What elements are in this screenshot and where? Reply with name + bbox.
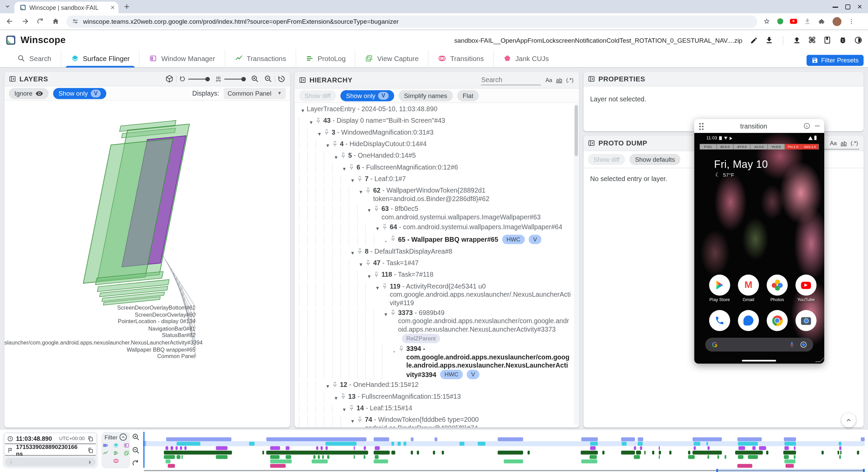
extension-green-icon[interactable] [777, 18, 783, 24]
trace-segment[interactable] [718, 455, 719, 459]
trace-segment[interactable] [752, 446, 756, 450]
trace-segment[interactable] [364, 455, 365, 459]
tree-node[interactable]: ▼74 - WindowToken{fdddbe6 type=2000 andr… [299, 415, 574, 428]
timeline-range-bar[interactable] [144, 469, 865, 472]
expand-arrow-icon[interactable]: ▼ [349, 415, 357, 425]
bookmark-icon[interactable] [763, 17, 771, 25]
home-icon[interactable] [52, 17, 60, 25]
resize-handle[interactable] [815, 357, 824, 362]
expand-arrow-icon[interactable]: ▼ [374, 282, 381, 292]
youtube-extension-icon[interactable] [790, 19, 797, 24]
trace-segment[interactable] [837, 451, 839, 454]
trace-segment[interactable] [766, 451, 768, 454]
layers-3d-canvas[interactable]: ScreenDecorOverlayBottom#61ScreenDecorOv… [4, 101, 290, 427]
track-surface-flinger[interactable] [144, 442, 865, 446]
trace-segment[interactable] [840, 455, 841, 459]
tree-node[interactable]: ▼47 - Task=1#47 [299, 258, 574, 270]
shortcuts-icon[interactable]: ⌘ [808, 35, 816, 45]
pin-icon[interactable] [390, 309, 396, 316]
trace-segment[interactable] [737, 464, 752, 468]
pin-icon[interactable] [365, 259, 372, 266]
trace-segment[interactable] [184, 446, 186, 450]
expand-arrow-icon[interactable]: ▼ [366, 271, 373, 280]
trace-segment[interactable] [411, 451, 413, 454]
minimize-overlay-icon[interactable] [815, 125, 820, 126]
pin-icon[interactable] [381, 282, 388, 289]
browser-tab[interactable]: Winscope | sandbox-FAIL [14, 2, 118, 13]
tree-node[interactable]: ▼4 - HideDisplayCutout:0:14#4 [299, 139, 574, 151]
trace-segment[interactable] [644, 451, 646, 454]
trace-segment[interactable] [166, 437, 231, 441]
trace-segment[interactable] [164, 455, 175, 459]
match-word-icon[interactable]: ab [841, 140, 847, 146]
app-youtube-icon[interactable] [795, 275, 816, 296]
pin-icon[interactable] [356, 416, 363, 423]
tree-node[interactable]: ▼63 - 8fb0ec5 com.android.systemui.wallp… [299, 204, 574, 222]
trace-segment[interactable] [270, 455, 279, 459]
tree-node[interactable]: ▼119 - ActivityRecord{24e5341 u0 com.goo… [299, 281, 574, 308]
layer-label[interactable]: Wallpaper BBQ wrapper#65 [4, 346, 195, 353]
circles-filter-icon[interactable] [113, 458, 119, 464]
tree-node[interactable]: ▼LayerTraceEntry - 2024-05-10, 11:03:48.… [299, 104, 574, 116]
expand-arrow-icon[interactable]: ▼ [357, 259, 365, 269]
track-screen-recording[interactable] [144, 437, 865, 441]
current-ns-field[interactable]: 1715339028890230166 ns [5, 445, 96, 456]
tab-jank-cujs[interactable]: Jank CUJs [493, 50, 558, 67]
trace-segment[interactable] [165, 459, 171, 463]
pin-icon[interactable] [381, 223, 388, 230]
squares-filter-icon[interactable] [123, 450, 129, 456]
trace-segment[interactable] [785, 464, 794, 468]
flat-chip[interactable]: Flat [457, 90, 479, 101]
report-bug-icon[interactable] [839, 36, 847, 44]
layers-filter-icon[interactable] [113, 442, 119, 448]
ignore-chip[interactable]: Ignore [9, 88, 48, 99]
tree-node[interactable]: ▼3373 - 6989b49 com.google.android.apps.… [299, 308, 574, 344]
expand-arrow-icon[interactable]: ▼ [349, 175, 357, 184]
trace-segment[interactable] [638, 442, 643, 446]
tab-window-manager[interactable]: Window Manager [139, 50, 224, 67]
info-icon[interactable] [803, 122, 810, 130]
trace-segment[interactable] [498, 437, 523, 441]
trace-segment[interactable] [590, 442, 598, 446]
show-only-chip[interactable]: Show only V [340, 90, 394, 101]
pin-icon[interactable] [332, 140, 338, 147]
window-close-icon[interactable] [857, 4, 862, 9]
trace-segment[interactable] [840, 451, 842, 454]
match-regex-icon[interactable]: (.*) [851, 140, 858, 146]
tree-node[interactable]: ▼5 - OneHanded:0:14#5 [299, 151, 574, 162]
show-defaults-chip[interactable]: Show defaults [630, 154, 681, 165]
trace-segment[interactable] [857, 451, 859, 454]
track-transitions[interactable] [144, 464, 865, 468]
scrollbar-thumb[interactable] [575, 105, 578, 156]
spacing-slider[interactable] [224, 78, 245, 79]
trace-segment[interactable] [634, 446, 636, 450]
videocam-filter-icon[interactable] [102, 442, 108, 448]
tab-transitions[interactable]: Transitions [428, 50, 493, 67]
trace-segment[interactable] [270, 446, 280, 450]
collapse-panel-icon[interactable] [9, 75, 16, 82]
site-settings-icon[interactable] [72, 18, 79, 25]
collapse-filter-icon[interactable] [120, 433, 127, 440]
drag-handle-icon[interactable] [698, 122, 704, 130]
tree-node[interactable]: ▼12 - OneHanded:15:15#12 [299, 380, 574, 391]
trace-segment[interactable] [286, 446, 290, 450]
tree-node[interactable]: ▼3 - WindowedMagnification:0:31#3 [299, 127, 574, 139]
zoom-out-icon[interactable] [264, 75, 272, 83]
trace-segment[interactable] [216, 446, 228, 450]
tab-search[interactable]: Search [8, 50, 61, 67]
filter-presets-button[interactable]: Filter Presets [807, 55, 864, 66]
layer-label[interactable]: Common Panel [4, 353, 195, 360]
app-play-icon[interactable] [709, 275, 730, 296]
trace-segment[interactable] [249, 442, 255, 446]
screenshot-overlay-window[interactable]: transition 11:03 P:0/1dX:0.0dY:0.0Xv:0.0… [694, 119, 824, 364]
trace-segment[interactable] [527, 451, 529, 454]
collapse-panel-icon[interactable] [299, 76, 306, 83]
trace-segment[interactable] [318, 455, 320, 459]
trace-segment[interactable] [403, 442, 406, 446]
trace-segment[interactable] [176, 442, 200, 446]
trace-segment[interactable] [794, 446, 795, 450]
trace-segment[interactable] [692, 437, 722, 441]
layer-label[interactable]: PointerLocation - display 0#134 [4, 318, 195, 326]
pin-icon[interactable] [315, 117, 322, 124]
pin-icon[interactable] [356, 175, 363, 182]
